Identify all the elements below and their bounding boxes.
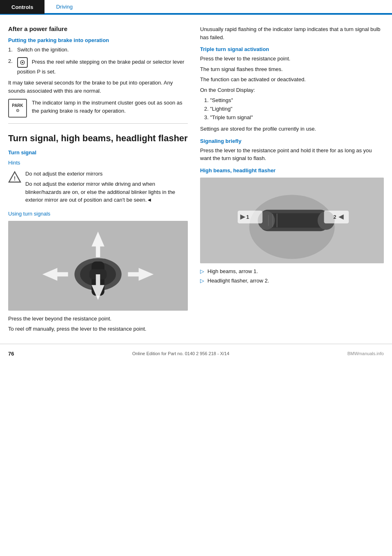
warning-icon: ! (8, 171, 21, 184)
signaling-briefly-heading: Signaling briefly (200, 138, 384, 144)
step-2: 2. Press the reel while stepping on the … (8, 57, 188, 76)
step-2-content: Press the reel while stepping on the bra… (17, 57, 188, 76)
bullet-headlight-flasher: ▷ Headlight flasher, arrow 2. (200, 277, 384, 285)
triple-step-2: 2. "Lighting" (204, 105, 384, 113)
high-beams-image: 1 2 (200, 178, 384, 263)
unusually-rapid-text: Unusually rapid flashing of the indicato… (200, 25, 384, 41)
parking-brake-steps: 1. Switch on the ignition. 2. Press the … (8, 46, 188, 76)
part-number: Online Edition for Part no. 0140 2 956 2… (132, 351, 229, 356)
step-2-icon (17, 57, 28, 68)
park-note-text: The indicator lamp in the instrument clu… (32, 99, 188, 115)
svg-rect-24 (324, 211, 349, 223)
triple-step-3: 3. "Triple turn signal" (204, 113, 384, 122)
right-column: Unusually rapid flashing of the indicato… (196, 23, 384, 336)
triple-turn-signal-heading: Triple turn signal activation (200, 46, 384, 52)
svg-text:2: 2 (334, 214, 336, 220)
step-2-num: 2. (8, 57, 17, 65)
tab-driving[interactable]: Driving (45, 0, 84, 14)
svg-text:1: 1 (246, 214, 249, 220)
using-turn-signals-heading: Using turn signals (8, 211, 188, 217)
section-divider (8, 123, 188, 124)
svg-point-1 (22, 62, 23, 63)
triple-text5: Settings are stored for the profile curr… (200, 125, 384, 133)
park-icon-symbol: ⊙ (16, 108, 19, 113)
after-power-failure-heading: After a power failure (8, 25, 188, 32)
page-number: 76 (8, 351, 14, 357)
bullet-high-beams-text: High beams, arrow 1. (207, 267, 258, 276)
step-1-num: 1. (8, 46, 17, 54)
warning-box: ! Do not adjust the exterior mirrors Do … (8, 170, 188, 207)
main-content: After a power failure Putting the parkin… (0, 15, 392, 336)
high-beams-bullets: ▷ High beams, arrow 1. ▷ Headlight flash… (200, 267, 384, 285)
left-column: After a power failure Putting the parkin… (8, 23, 196, 336)
tab-controls[interactable]: Controls (0, 0, 45, 14)
triple-text1: Press the lever to the resistance point. (200, 55, 384, 63)
step-2-text: Press the reel while stepping on the bra… (17, 59, 184, 75)
brake-note-text: It may take several seconds for the brak… (8, 79, 188, 95)
warning-line2: Do not adjust the exterior mirror while … (25, 180, 188, 204)
park-indicator-box: PARK ⊙ The indicator lamp in the instrum… (8, 99, 188, 118)
page-footer: 76 Online Edition for Part no. 0140 2 95… (0, 344, 392, 361)
park-icon-label: PARK (12, 103, 23, 108)
warning-text: Do not adjust the exterior mirrors Do no… (25, 170, 188, 207)
bullet-high-beams: ▷ High beams, arrow 1. (200, 267, 384, 276)
high-beams-heading: High beams, headlight flasher (200, 167, 384, 173)
turn-signal-main-heading: Turn signal, high beams, headlight flash… (8, 133, 188, 145)
turn-signal-image (8, 221, 188, 311)
signaling-text: Press the lever to the resistance point … (200, 147, 384, 162)
bullet-headlight-flasher-text: Headlight flasher, arrow 2. (207, 277, 269, 285)
header-line (84, 0, 392, 14)
bullet-arrow-2: ▷ (200, 277, 204, 285)
svg-text:!: ! (14, 175, 16, 182)
triple-text3: The function can be activated or deactiv… (200, 76, 384, 84)
triple-text2: The turn signal flashes three times. (200, 65, 384, 73)
triple-steps-list: 1. "Settings" 2. "Lighting" 3. "Triple t… (200, 96, 384, 122)
hints-heading: Hints (8, 160, 188, 166)
step-1-text: Switch on the ignition. (17, 46, 188, 54)
triple-text4: On the Control Display: (200, 86, 384, 94)
page-header: Controls Driving (0, 0, 392, 15)
step-1: 1. Switch on the ignition. (8, 46, 188, 54)
bullet-arrow-1: ▷ (200, 267, 204, 276)
turn-signal-heading: Turn signal (8, 149, 188, 156)
triple-step-1: 1. "Settings" (204, 96, 384, 105)
putting-parking-brake-heading: Putting the parking brake into operation (8, 37, 188, 43)
reel-off-text: To reel off manually, press the lever to… (8, 325, 188, 333)
footer-logo: BMWmanuals.info (347, 351, 384, 356)
press-lever-text: Press the lever beyond the resistance po… (8, 315, 188, 323)
warning-line1: Do not adjust the exterior mirrors (25, 170, 188, 178)
park-icon: PARK ⊙ (8, 99, 27, 118)
